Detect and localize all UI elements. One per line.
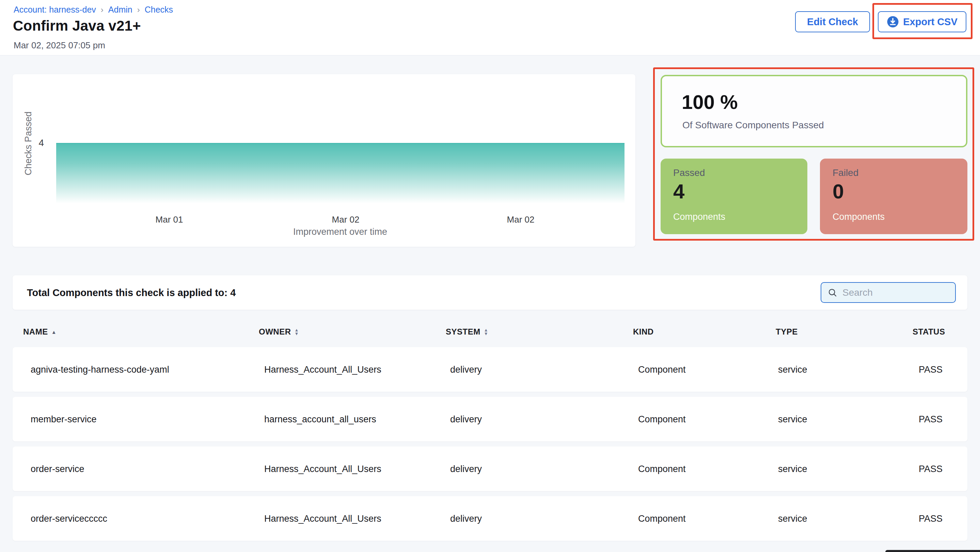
edit-check-button[interactable]: Edit Check xyxy=(795,11,870,32)
breadcrumb: Account: harness-dev › Admin › Checks xyxy=(14,5,173,14)
status-badge: PASS xyxy=(919,513,943,524)
table-header-row: NAME ▲ OWNER ▲▼ SYSTEM ▲▼ KIND TYPE STAT… xyxy=(13,322,967,342)
cell-kind: Component xyxy=(638,414,686,424)
chart-x-tick: Mar 02 xyxy=(507,214,535,225)
breadcrumb-admin-link[interactable]: Admin xyxy=(108,5,132,14)
check-timestamp: Mar 02, 2025 07:05 pm xyxy=(14,40,105,51)
chart-x-tick: Mar 01 xyxy=(156,214,183,225)
cell-system: delivery xyxy=(450,414,482,424)
checks-passed-chart-card: Checks Passed 4 Mar 01 Mar 02 Mar 02 Imp… xyxy=(13,74,635,247)
column-header-status: STATUS xyxy=(913,327,945,336)
sort-both-icon: ▲▼ xyxy=(294,328,299,336)
status-badge: PASS xyxy=(919,463,943,474)
cell-name: order-service xyxy=(31,463,84,474)
chart-y-tick: 4 xyxy=(30,138,44,148)
cell-system: delivery xyxy=(450,364,482,375)
column-label: OWNER xyxy=(259,327,291,336)
column-header-kind: KIND xyxy=(633,327,654,336)
sort-asc-icon: ▲ xyxy=(51,330,57,335)
cell-kind: Component xyxy=(638,364,686,375)
cell-owner: Harness_Account_All_Users xyxy=(264,513,381,524)
status-badge: PASS xyxy=(919,414,943,424)
column-label: SYSTEM xyxy=(446,327,480,336)
table-row[interactable]: order-serviceccccc Harness_Account_All_U… xyxy=(13,496,967,541)
cell-type: service xyxy=(778,414,807,424)
failed-components-card: Failed 0 Components xyxy=(820,159,967,234)
percent-passed-caption: Of Software Components Passed xyxy=(682,120,824,131)
red-annotation-box-export xyxy=(872,3,972,39)
breadcrumb-account-link[interactable]: Account: harness-dev xyxy=(14,5,96,14)
total-components-text: Total Components this check is applied t… xyxy=(27,287,235,298)
area-series-checks-passed xyxy=(56,143,625,203)
cell-owner: harness_account_all_users xyxy=(264,414,376,424)
failed-count: 0 xyxy=(832,180,844,203)
edit-check-label: Edit Check xyxy=(807,16,858,28)
column-label: NAME xyxy=(23,327,48,336)
cell-owner: Harness_Account_All_Users xyxy=(264,364,381,375)
failed-unit: Components xyxy=(832,212,885,222)
passed-unit: Components xyxy=(673,212,725,222)
column-header-name[interactable]: NAME ▲ xyxy=(23,327,57,336)
column-label: STATUS xyxy=(913,327,945,336)
chart-x-tick: Mar 02 xyxy=(332,214,360,225)
page-title: Confirm Java v21+ xyxy=(13,18,141,34)
sort-both-icon: ▲▼ xyxy=(484,328,488,336)
checks-detail-page: Account: harness-dev › Admin › Checks Co… xyxy=(0,0,980,552)
percent-passed-card: 100 % Of Software Components Passed xyxy=(660,75,967,148)
chevron-right-icon: › xyxy=(101,5,103,14)
cell-kind: Component xyxy=(638,463,686,474)
cell-name: order-serviceccccc xyxy=(31,513,107,524)
passed-components-card: Passed 4 Components xyxy=(660,159,807,234)
passed-count: 4 xyxy=(673,180,684,203)
column-label: TYPE xyxy=(776,327,798,336)
column-header-system[interactable]: SYSTEM ▲▼ xyxy=(446,327,488,336)
failed-label: Failed xyxy=(832,167,858,178)
column-label: KIND xyxy=(633,327,654,336)
passed-label: Passed xyxy=(673,167,705,178)
status-badge: PASS xyxy=(919,364,943,375)
percent-passed-value: 100 % xyxy=(682,90,738,113)
cell-owner: Harness_Account_All_Users xyxy=(264,463,381,474)
cell-type: service xyxy=(778,513,807,524)
bottom-toast-edge xyxy=(885,550,980,552)
table-row[interactable]: member-service harness_account_all_users… xyxy=(13,397,967,441)
table-row[interactable]: agniva-testing-harness-code-yaml Harness… xyxy=(13,347,967,392)
cell-system: delivery xyxy=(450,463,482,474)
total-components-card: Total Components this check is applied t… xyxy=(13,275,967,310)
search-input[interactable] xyxy=(842,287,966,298)
column-header-type: TYPE xyxy=(776,327,798,336)
cell-system: delivery xyxy=(450,513,482,524)
cell-type: service xyxy=(778,463,807,474)
cell-name: member-service xyxy=(31,414,97,424)
chart-x-axis-title: Improvement over time xyxy=(293,227,387,237)
cell-type: service xyxy=(778,364,807,375)
search-box[interactable] xyxy=(821,282,956,303)
cell-kind: Component xyxy=(638,513,686,524)
search-icon xyxy=(827,287,838,298)
breadcrumb-checks-link[interactable]: Checks xyxy=(145,5,173,14)
page-header: Account: harness-dev › Admin › Checks Co… xyxy=(0,0,980,56)
column-header-owner[interactable]: OWNER ▲▼ xyxy=(259,327,299,336)
table-row[interactable]: order-service Harness_Account_All_Users … xyxy=(13,446,967,491)
chevron-right-icon: › xyxy=(137,5,140,14)
cell-name: agniva-testing-harness-code-yaml xyxy=(31,364,169,375)
